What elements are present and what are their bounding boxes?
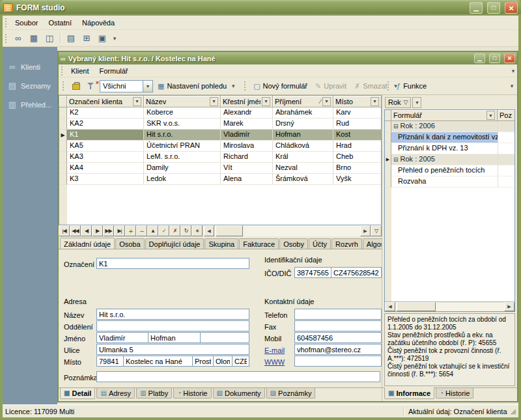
toolbar-overflow-chevron[interactable]: ▾ <box>111 35 119 42</box>
maximize-button[interactable]: □ <box>487 2 500 14</box>
grid-hscrollbar[interactable]: ◀ ▶ <box>204 225 371 236</box>
form-row-selected[interactable]: Přiznání k dani z nemovitostí vz <box>385 132 514 143</box>
tab-platby[interactable]: ▥ Platby <box>136 388 172 399</box>
form-row[interactable]: Přehled o peněžních tocích <box>385 165 514 176</box>
nav-post-button[interactable]: ✓ <box>158 225 169 236</box>
ulice-input[interactable] <box>96 344 249 355</box>
ico-input[interactable] <box>294 267 331 278</box>
client-maximize-button[interactable]: □ <box>489 53 500 63</box>
table-row[interactable]: K3 Ledok Alena Šrámková Vyšk <box>59 174 381 185</box>
close-button[interactable]: × <box>505 2 518 14</box>
dic-input[interactable] <box>331 267 382 278</box>
forms-icon[interactable]: ◫ <box>42 32 57 45</box>
menubar-grip[interactable] <box>5 18 7 27</box>
tab-dokumenty[interactable]: ▧ Dokumenty <box>213 388 265 399</box>
scroll-left-icon[interactable]: ◀ <box>204 225 214 236</box>
nav-prior-button[interactable]: ◀ <box>81 225 92 236</box>
clients-glasses-icon[interactable]: ∞ <box>11 32 25 45</box>
menu-formular[interactable]: Formulář <box>94 65 134 77</box>
column-filter-dropdown[interactable]: ▼ <box>133 97 141 106</box>
scrollbar-thumb[interactable] <box>216 225 243 236</box>
client-filter-combobox[interactable]: Všichni ▼ <box>100 80 153 92</box>
collapse-icon[interactable]: ⊟ <box>393 156 399 163</box>
nav-cancel-button[interactable]: ✗ <box>169 225 180 236</box>
tab-poznamky[interactable]: ▨ Poznámky <box>266 388 316 399</box>
scroll-right-icon[interactable]: ▶ <box>504 302 514 311</box>
client-close-button[interactable]: × <box>504 53 515 63</box>
nav-bookmark-button[interactable]: ∗ <box>191 225 203 236</box>
column-header-formular[interactable]: Formulář ▼ <box>391 110 498 121</box>
menu-klient[interactable]: Klient <box>66 65 94 77</box>
functions-grip[interactable] <box>387 81 389 91</box>
tab-zakladni-udaje[interactable]: Základní údaje <box>60 238 115 249</box>
oznaceni-input[interactable] <box>96 258 249 269</box>
email-link-label[interactable]: E-mail <box>264 346 285 354</box>
tab-algoritmy[interactable]: Algoritmy <box>363 238 382 249</box>
table-row-selected[interactable]: ▶ K1 Hit s.r.o. Vladimír Hofman Kost <box>59 130 381 141</box>
layout-icon[interactable]: ▣ <box>95 32 109 45</box>
client-menubar-overflow-chevron[interactable]: ▾ <box>509 68 517 74</box>
client-menubar-grip[interactable] <box>61 66 63 76</box>
client-toolbar-grip2[interactable] <box>244 81 246 91</box>
column-filter-dropdown[interactable]: ▼ <box>486 111 495 120</box>
www-link-label[interactable]: WWW <box>264 358 285 366</box>
menu-napoveda[interactable]: Nápověda <box>77 17 120 29</box>
copy-icon[interactable]: ⊞ <box>79 32 94 45</box>
table-row[interactable]: KA5 Účetnictví PRAN Miroslava Chládková … <box>59 141 381 152</box>
group-by-rok-button[interactable]: Rok ▽ <box>385 97 411 108</box>
menu-soubor[interactable]: Soubor <box>10 17 43 29</box>
nav-delete-button[interactable]: − <box>136 225 147 236</box>
sidebar-item-seznamy[interactable]: ▤ Seznamy <box>3 76 57 95</box>
column-header-krestni-jmeno[interactable]: Křestní jméno ▼ <box>221 96 273 107</box>
table-row[interactable]: K2 Koberce Alexandr Abrahámek Karv <box>59 107 381 119</box>
view-settings-button[interactable]: ▦ Nastavení pohledu ▾ <box>154 79 240 92</box>
lock-icon[interactable] <box>68 79 83 92</box>
tab-osoby[interactable]: Osoby <box>279 238 308 249</box>
tab-ucty[interactable]: Účty <box>309 238 331 249</box>
column-header-poz[interactable]: Poz <box>498 110 514 121</box>
tab-detail[interactable]: ▦ Detail <box>60 387 95 399</box>
column-header-misto[interactable]: Místo ▼ <box>333 96 381 107</box>
mesto-input[interactable] <box>123 356 193 367</box>
column-header-nazev[interactable]: Název ▼ <box>144 96 221 107</box>
filter-funnel-icon[interactable]: × <box>84 79 98 92</box>
nazev-input[interactable] <box>96 309 249 320</box>
column-filter-dropdown[interactable]: ▼ <box>371 97 379 106</box>
print-icon[interactable]: ▤ <box>64 32 78 45</box>
column-filter-dropdown[interactable]: ▼ <box>262 97 270 106</box>
tab-osoba[interactable]: Osoba <box>115 238 144 249</box>
column-filter-dropdown[interactable]: ▼ <box>210 97 218 106</box>
stat-input[interactable] <box>232 356 249 367</box>
minimize-button[interactable]: ▁ <box>470 2 483 14</box>
combo-dropdown-icon[interactable]: ▼ <box>143 81 152 92</box>
new-form-button[interactable]: ▢ Nový formulář <box>250 79 311 92</box>
scrollbar-thumb[interactable] <box>397 302 436 311</box>
column-filter-dropdown[interactable]: ▼ <box>322 97 331 106</box>
column-header-prijmeni[interactable]: Příjmení ∕ ▼ <box>273 96 333 107</box>
collapse-icon[interactable]: ⊟ <box>393 123 399 130</box>
sidebar-item-prehled[interactable]: ▥ Přehled... <box>3 95 57 114</box>
nav-last-button[interactable]: ▶| <box>114 225 125 236</box>
menu-ostatni[interactable]: Ostatní <box>43 17 76 29</box>
table-row[interactable]: KA3 LeM. s.r.o. Richard Král Cheb <box>59 152 381 163</box>
jmeno-input[interactable] <box>96 332 148 343</box>
form-group-row-2006[interactable]: ⊟Rok : 2006 <box>385 121 514 132</box>
prijmeni-input[interactable] <box>148 332 201 343</box>
kraj-input[interactable] <box>213 356 232 367</box>
tab-doplnujici-udaje[interactable]: Doplňující údaje <box>145 238 204 249</box>
telefon-input[interactable] <box>294 309 382 320</box>
tab-informace[interactable]: ▣ Informace <box>384 387 434 399</box>
nav-next-page-button[interactable]: ▶▶ <box>103 225 114 236</box>
tab-fakturace[interactable]: Fakturace <box>239 238 279 249</box>
nav-first-button[interactable]: |◀ <box>59 225 70 236</box>
www-input[interactable] <box>294 356 382 367</box>
form-row[interactable]: Rozvaha <box>385 176 514 188</box>
scroll-right-icon[interactable]: ▶ <box>360 225 371 236</box>
client-toolbar-grip[interactable] <box>62 81 64 91</box>
edit-button[interactable]: ✎ Upravit <box>312 79 350 92</box>
resize-grip[interactable]: ◢ <box>511 407 516 415</box>
tab-skupina[interactable]: Skupina <box>204 238 238 249</box>
tab-rozvrh[interactable]: Rozvrh <box>331 238 362 249</box>
column-header-oznaceni-klienta[interactable]: Označení klienta ▼ <box>67 96 144 107</box>
poznamka-input[interactable] <box>96 371 380 382</box>
